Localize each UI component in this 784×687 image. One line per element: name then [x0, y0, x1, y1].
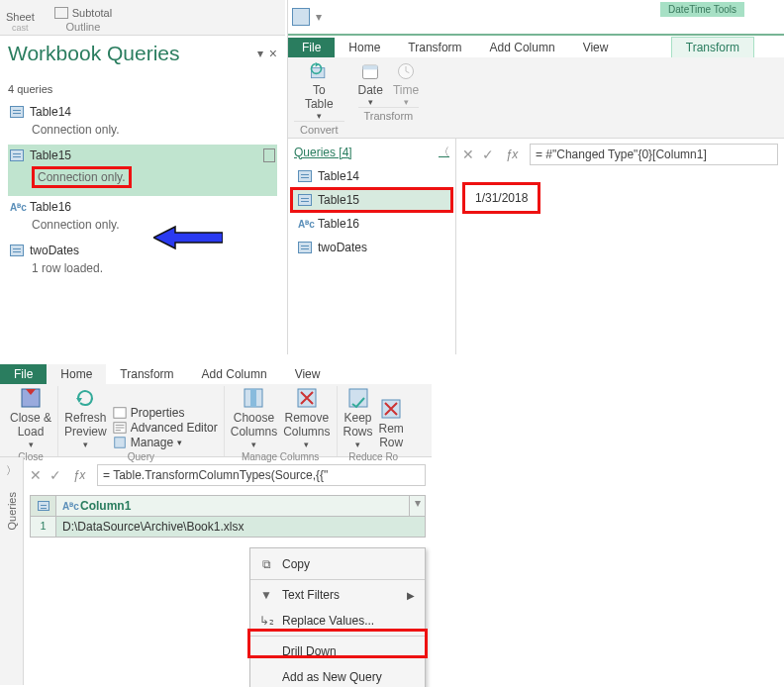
query-count: 4 queries: [8, 83, 277, 95]
close-load-button[interactable]: Close & Load▾: [10, 386, 51, 449]
query-status: Connection only.: [10, 162, 275, 192]
svg-marker-8: [76, 398, 82, 403]
tab-view[interactable]: View: [569, 38, 623, 57]
table-icon: [298, 242, 312, 253]
fx-icon[interactable]: ƒx: [502, 145, 522, 164]
svg-rect-11: [114, 438, 125, 448]
tab-add-column[interactable]: Add Column: [476, 38, 569, 57]
peek-icon[interactable]: [263, 148, 275, 162]
query-row-twodates[interactable]: twoDates: [292, 237, 451, 258]
subtotal-button-label[interactable]: Subtotal: [72, 7, 112, 19]
ctx-text-filters[interactable]: ▼Text Filters▶: [250, 582, 425, 608]
manage-button[interactable]: Manage ▾: [113, 436, 218, 449]
keep-rows-button[interactable]: Keep Rows▾: [343, 386, 373, 449]
queries-sidebar-collapsed[interactable]: 〉 Queries: [0, 457, 24, 685]
svg-rect-13: [250, 389, 256, 407]
pin-icon[interactable]: ▾: [257, 47, 263, 60]
svg-marker-0: [153, 227, 223, 248]
workbook-queries-panel: Workbook Queries ▾ × 4 queries Table14 C…: [0, 36, 285, 283]
query-status: Connection only.: [10, 214, 275, 236]
remove-rows-button[interactable]: Rem Row: [379, 397, 404, 449]
replace-icon: ↳₂: [258, 613, 274, 629]
fx-icon[interactable]: ƒx: [69, 465, 89, 485]
cancel-formula-icon[interactable]: ✕: [30, 467, 42, 483]
queries-sidebar-label: Queries: [6, 492, 18, 531]
table-row[interactable]: 1 D:\DataSource\Archive\Book1.xlsx: [31, 517, 425, 537]
tab-view[interactable]: View: [281, 364, 335, 384]
tab-file[interactable]: File: [288, 38, 335, 57]
choose-columns-button[interactable]: Choose Columns▾: [231, 386, 277, 449]
tab-transform-context[interactable]: Transform: [671, 37, 754, 57]
query-item-table16[interactable]: AᴮcTable16 Connection only.: [8, 196, 277, 240]
date-button[interactable]: Date▾: [358, 61, 383, 107]
query-status: Connection only.: [10, 119, 275, 141]
commit-formula-icon[interactable]: ✓: [49, 467, 61, 483]
tab-home[interactable]: Home: [47, 364, 106, 384]
column-header-column1[interactable]: Aᴮc Column1: [56, 496, 409, 516]
ctx-drill-down[interactable]: Drill Down: [250, 638, 425, 664]
svg-rect-9: [114, 408, 126, 419]
abc-icon: Aᴮc: [10, 202, 24, 213]
collapse-pane-icon[interactable]: 〈: [439, 145, 449, 159]
pq-main-area: ✕ ✓ ƒx = #"Changed Type"{0}[Column1] 1/3…: [456, 139, 784, 354]
filter-icon: ▼: [258, 587, 274, 603]
query-status: 1 row loaded.: [10, 257, 275, 279]
tab-transform[interactable]: Transform: [106, 364, 187, 384]
formula-bar: ✕ ✓ ƒx = Table.TransformColumnTypes(Sour…: [30, 463, 426, 487]
table-icon: [298, 170, 312, 182]
copy-icon: ⧉: [258, 556, 274, 572]
abc-icon: Aᴮc: [298, 219, 312, 230]
tab-transform[interactable]: Transform: [394, 38, 475, 57]
select-all-corner[interactable]: [31, 496, 56, 516]
pq-bottom-tabbar: File Home Transform Add Column View: [0, 362, 432, 384]
queries-pane-title[interactable]: Queries [4]: [294, 146, 352, 159]
query-item-table14[interactable]: Table14 Connection only.: [8, 101, 277, 145]
advanced-editor-button[interactable]: Advanced Editor: [113, 421, 218, 435]
convert-group-label: Convert: [294, 121, 344, 138]
close-panel-icon[interactable]: ×: [269, 46, 277, 61]
ctx-copy[interactable]: ⧉Copy: [250, 551, 425, 577]
query-item-table15[interactable]: Table15 Connection only.: [8, 145, 277, 196]
formula-input[interactable]: = Table.TransformColumnTypes(Source,{{": [97, 464, 426, 486]
excel-ribbon-strip: Sheet cast Subtotal Outline: [0, 0, 285, 36]
table-icon: [10, 106, 24, 118]
qat-icon[interactable]: [292, 8, 310, 26]
pq-ribbon: To Table▾ Convert Date▾ Time▾ Transform: [288, 57, 784, 139]
expand-sidebar-icon[interactable]: 〉: [6, 463, 17, 478]
time-button[interactable]: Time▾: [393, 61, 419, 107]
formula-input[interactable]: = #"Changed Type"{0}[Column1]: [530, 144, 778, 165]
formula-bar: ✕ ✓ ƒx = #"Changed Type"{0}[Column1]: [462, 143, 778, 166]
remove-columns-button[interactable]: Remove Columns▾: [283, 386, 330, 449]
query-row-table14[interactable]: Table14: [292, 165, 451, 187]
to-table-button[interactable]: To Table▾: [294, 61, 344, 121]
query-row-table15[interactable]: Table15: [292, 189, 451, 211]
excel-fragment: Sheet cast Subtotal Outline Workbook Que…: [0, 0, 285, 356]
pq-tabbar: File Home Transform Add Column View Tran…: [288, 36, 784, 57]
table-icon: [298, 194, 312, 206]
tab-home[interactable]: Home: [335, 38, 394, 57]
submenu-chevron-icon: ▶: [407, 590, 415, 601]
query-row-table16[interactable]: AᴮcTable16: [292, 213, 451, 235]
query-item-twodates[interactable]: twoDates 1 row loaded.: [8, 240, 277, 283]
ctx-add-as-new-query[interactable]: Add as New Query: [250, 664, 425, 687]
column-filter-dropdown[interactable]: ▾: [409, 496, 425, 516]
abc-type-icon[interactable]: Aᴮc: [62, 501, 76, 512]
sheet-button-label[interactable]: Sheet: [6, 11, 35, 23]
table-icon: [10, 245, 24, 256]
ctx-replace-values[interactable]: ↳₂Replace Values...: [250, 608, 425, 634]
svg-rect-4: [363, 65, 378, 69]
tab-add-column[interactable]: Add Column: [188, 364, 281, 384]
commit-formula-icon[interactable]: ✓: [482, 147, 494, 162]
preview-grid: Aᴮc Column1 ▾ 1 D:\DataSource\Archive\Bo…: [30, 495, 426, 538]
refresh-preview-button[interactable]: Refresh Preview▾: [64, 386, 107, 449]
row-number[interactable]: 1: [31, 517, 56, 537]
tab-file[interactable]: File: [0, 364, 47, 384]
annotation-arrow: [153, 224, 223, 254]
pq-bottom-ribbon: Close & Load▾ Close Refresh Preview▾ Pro…: [0, 384, 432, 457]
svg-marker-2: [316, 62, 319, 67]
transform-group-label: Transform: [358, 107, 420, 124]
cancel-formula-icon[interactable]: ✕: [462, 147, 474, 162]
properties-button[interactable]: Properties: [113, 406, 218, 420]
cell-value[interactable]: D:\DataSource\Archive\Book1.xlsx: [56, 517, 425, 537]
outline-group-label: Outline: [66, 19, 101, 33]
